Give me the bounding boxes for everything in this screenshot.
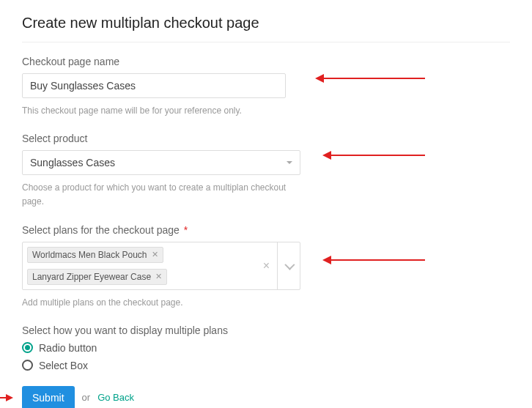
select-plans-label: Select plans for the checkout page * (22, 224, 510, 236)
required-mark: * (184, 224, 188, 236)
annotation-arrow (330, 259, 425, 261)
checkout-name-input[interactable] (22, 73, 286, 98)
select-plans-helper: Add multiple plans on the checkout page. (22, 296, 300, 310)
field-display-mode: Select how you want to display multiple … (22, 324, 510, 371)
product-select-value: Sunglasses Cases (30, 157, 287, 168)
field-select-product: Select product Sunglasses Cases Choose a… (22, 133, 510, 209)
plans-dropdown-toggle[interactable] (277, 242, 300, 289)
submit-button[interactable]: Submit (22, 386, 75, 408)
radio-option-select-box[interactable]: Select Box (22, 360, 510, 371)
radio-dot-icon (25, 345, 30, 350)
or-text: or (82, 392, 91, 403)
plan-chip-label: Worldmacs Men Black Pouch (32, 250, 147, 260)
plans-multiselect[interactable]: Worldmacs Men Black Pouch ✕ Lanyard Zipp… (22, 242, 300, 290)
checkout-name-helper: This checkout page name will be for your… (22, 104, 300, 118)
checkout-name-label: Checkout page name (22, 56, 510, 67)
chip-remove-icon[interactable]: ✕ (152, 250, 158, 259)
plans-clear-all[interactable]: × (256, 242, 277, 289)
form-actions: Submit or Go Back (22, 386, 510, 408)
select-plans-label-text: Select plans for the checkout page (22, 224, 180, 236)
page-title: Create new multiplan checkout page (22, 15, 510, 31)
field-select-plans: Select plans for the checkout page * Wor… (22, 224, 510, 310)
go-back-link[interactable]: Go Back (97, 392, 134, 403)
caret-down-icon (287, 161, 292, 164)
plan-chip-label: Lanyard Zipper Eyewear Case (32, 272, 151, 282)
plan-chip: Worldmacs Men Black Pouch ✕ (27, 247, 163, 263)
radio-label: Radio button (39, 342, 97, 354)
radio-icon (22, 342, 33, 353)
annotation-arrow (322, 78, 425, 79)
display-mode-label: Select how you want to display multiple … (22, 324, 510, 336)
select-product-helper: Choose a product for which you want to c… (22, 181, 300, 209)
radio-label: Select Box (39, 360, 88, 371)
divider (22, 42, 510, 42)
annotation-arrow (6, 394, 13, 401)
chip-remove-icon[interactable]: ✕ (155, 272, 162, 281)
field-checkout-name: Checkout page name This checkout page na… (22, 56, 510, 118)
product-select[interactable]: Sunglasses Cases (22, 150, 300, 175)
radio-option-radio-button[interactable]: Radio button (22, 342, 510, 354)
plan-chip: Lanyard Zipper Eyewear Case ✕ (27, 269, 167, 285)
select-product-label: Select product (22, 133, 510, 144)
chevron-down-icon (284, 259, 295, 270)
radio-icon (22, 360, 33, 371)
annotation-arrow (330, 155, 425, 156)
plans-chips: Worldmacs Men Black Pouch ✕ Lanyard Zipp… (23, 242, 256, 289)
